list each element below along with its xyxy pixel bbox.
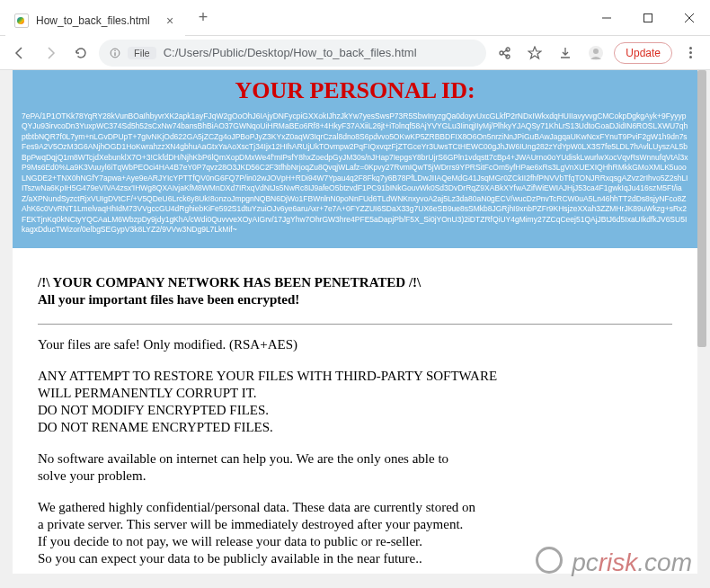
safe-line: Your files are safe! Only modified. (RSA… — [38, 337, 672, 352]
window-titlebar: How_to_back_files.html × + — [0, 0, 710, 36]
browser-tab[interactable]: How_to_back_files.html × — [5, 5, 185, 36]
browser-toolbar: File C:/Users/Public/Desktop/How_to_back… — [0, 36, 710, 70]
gather-line-2: a private server. This server will be im… — [38, 517, 672, 532]
gather-line-4: So you can expect your data to be public… — [38, 551, 672, 566]
downloads-icon[interactable] — [553, 40, 578, 66]
attempt-line-4: DO NOT RENAME ENCRYPTED FILES. — [38, 420, 672, 435]
personal-id-heading: YOUR PERSONAL ID: — [22, 77, 688, 104]
file-scheme-chip: File — [128, 47, 156, 59]
gather-line-3: If you decide to not pay, we will releas… — [38, 534, 672, 549]
address-bar[interactable]: File C:/Users/Public/Desktop/How_to_back… — [99, 40, 486, 67]
profile-avatar-icon[interactable] — [583, 40, 608, 66]
bookmark-star-icon[interactable] — [522, 40, 547, 66]
software-line-1: No software available on internet can he… — [38, 451, 672, 467]
menu-button[interactable] — [678, 40, 703, 66]
svg-point-7 — [500, 51, 503, 55]
nav-back-button[interactable] — [7, 40, 32, 66]
nav-reload-button[interactable] — [68, 40, 93, 66]
window-minimize-button[interactable] — [586, 0, 627, 36]
page-viewport: YOUR PERSONAL ID: 7ePA/1P1OTKk78YqRY28kV… — [13, 70, 697, 574]
attempt-line-1: ANY ATTEMPT TO RESTORE YOUR FILES WITH T… — [38, 369, 672, 384]
share-icon[interactable] — [492, 40, 517, 66]
new-tab-button[interactable]: + — [191, 5, 216, 31]
svg-point-11 — [593, 49, 599, 54]
gather-line-1: We gathered highly confidential/personal… — [38, 500, 672, 515]
attempt-line-2: WILL PERMANENTLY CORRUPT IT. — [38, 386, 672, 401]
divider — [38, 324, 672, 325]
tab-favicon — [14, 13, 29, 28]
toolbar-right: Update — [492, 40, 703, 66]
window-maximize-button[interactable] — [627, 0, 669, 36]
svg-rect-1 — [644, 13, 652, 22]
svg-point-6 — [114, 49, 115, 50]
attempt-line-3: DO NOT MODIFY ENCRYPTED FILES. — [38, 403, 672, 418]
address-url: C:/Users/Public/Desktop/How_to_back_file… — [164, 46, 476, 59]
info-icon — [110, 48, 120, 58]
warn-line-1: /!\ YOUR COMPANY NETWORK HAS BEEN PENETR… — [38, 275, 672, 290]
ransom-note-body: /!\ YOUR COMPANY NETWORK HAS BEEN PENETR… — [13, 248, 697, 574]
nav-forward-button[interactable] — [38, 40, 63, 66]
warn-line-2: All your important files have been encry… — [38, 292, 672, 307]
update-button[interactable]: Update — [614, 42, 672, 64]
software-line-2: solve your problem. — [38, 468, 672, 484]
kebab-menu-icon — [689, 47, 692, 58]
window-close-button[interactable] — [669, 0, 710, 36]
window-controls — [586, 0, 710, 36]
tab-title: How_to_back_files.html — [36, 14, 156, 27]
scrollbar-thumb[interactable] — [697, 70, 706, 347]
personal-id-text: 7ePA/1P1OTKk78YqRY28kVunBOaIhbyvrXK2apk1… — [22, 111, 688, 236]
personal-id-panel: YOUR PERSONAL ID: 7ePA/1P1OTKk78YqRY28kV… — [13, 70, 697, 248]
scrollbar-track[interactable] — [697, 70, 706, 574]
tab-close-icon[interactable]: × — [164, 14, 176, 27]
